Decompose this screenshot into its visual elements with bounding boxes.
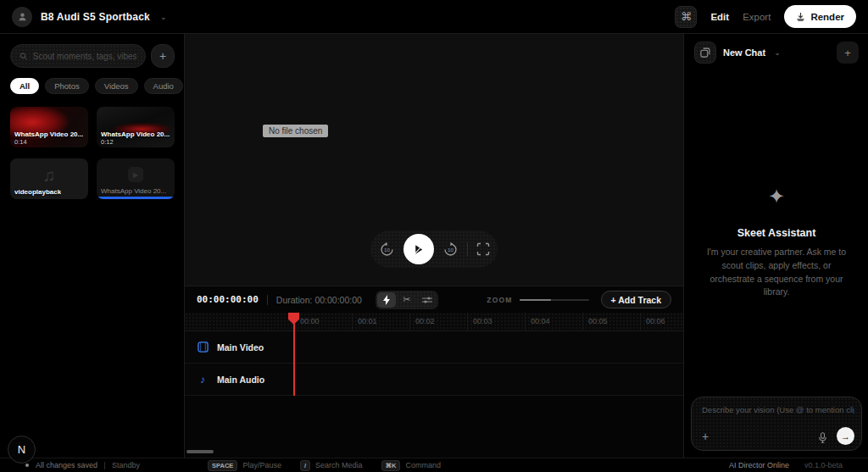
upload-progress-bar — [97, 197, 175, 199]
filter-audio[interactable]: Audio — [144, 78, 183, 94]
timeline-ruler[interactable]: 00:00 00:01 00:02 00:03 00:04 00:05 00:0… — [185, 313, 683, 331]
search-input[interactable] — [33, 52, 136, 61]
shortcut-label: Command — [405, 461, 441, 469]
timeline-horizontal-scrollbar[interactable] — [186, 450, 214, 453]
film-icon — [198, 342, 209, 353]
status-bar: All changes saved Standby SPACE Play/Pau… — [0, 458, 868, 472]
zoom-slider-fill — [520, 299, 551, 301]
media-library-panel: + All Photos Videos Audio WhatsApp Video… — [0, 34, 185, 458]
vision-prompt-input[interactable] — [702, 405, 854, 414]
divider — [104, 462, 105, 469]
duration-readout: Duration: 00:00:00:00 — [276, 295, 362, 305]
media-card-uploading[interactable]: ▶ WhatsApp Video 20... — [97, 158, 175, 199]
render-label: Render — [810, 12, 844, 22]
media-card-video-1[interactable]: WhatsApp Video 20... 0:14 — [10, 107, 88, 147]
media-card-video-2[interactable]: WhatsApp Video 20... 0:12 — [97, 107, 175, 147]
export-tab[interactable]: Export — [743, 12, 771, 22]
sparkle-icon: ✦ — [684, 185, 868, 208]
project-switcher[interactable]: B8 Audi S5 Sportback ⌄ — [12, 7, 166, 27]
forward-10-button[interactable]: 10 — [442, 242, 459, 258]
current-timecode: 00:00:00:00 — [197, 294, 259, 305]
forward-10-icon: 10 — [442, 242, 459, 258]
filter-videos[interactable]: Videos — [95, 78, 138, 94]
rewind-10-icon: 10 — [379, 242, 395, 258]
fullscreen-button[interactable] — [476, 242, 490, 256]
zoom-control: ZOOM — [487, 296, 588, 304]
project-title: B8 Audi S5 Sportback — [41, 11, 150, 23]
timeline-tools: ✂ — [376, 291, 438, 309]
track-label: Main Video — [217, 342, 264, 353]
user-avatar[interactable] — [12, 7, 32, 27]
video-preview-canvas[interactable]: No file chosen 10 10 — [185, 34, 683, 286]
mic-button[interactable] — [818, 432, 827, 443]
search-box[interactable] — [10, 44, 146, 68]
media-duration: 0:12 — [101, 138, 114, 146]
track-main-audio[interactable]: ♪ Main Audio — [185, 364, 683, 396]
ruler-tick: 00:00 — [300, 317, 320, 325]
plus-icon: + — [844, 47, 851, 59]
music-note-icon: ♫ — [43, 166, 56, 186]
divider — [467, 242, 468, 256]
chat-input-box[interactable]: + → — [691, 397, 862, 451]
playhead-line[interactable] — [293, 314, 295, 396]
music-note-icon: ♪ — [197, 374, 209, 386]
zoom-label: ZOOM — [487, 296, 512, 304]
rewind-10-button[interactable]: 10 — [379, 242, 395, 258]
magnetic-snap-button[interactable] — [377, 292, 396, 308]
render-button[interactable]: Render — [784, 5, 856, 28]
add-track-button[interactable]: + Add Track — [601, 291, 671, 308]
filter-photos[interactable]: Photos — [45, 78, 89, 94]
download-icon — [796, 12, 805, 21]
divider — [267, 295, 268, 305]
ruler-tick: 00:03 — [473, 317, 492, 325]
media-card-audio[interactable]: ♫ videoplayback — [10, 158, 88, 199]
chat-history-button[interactable] — [694, 42, 716, 64]
file-chooser-status[interactable]: No file chosen — [263, 125, 328, 137]
shortcut-label: Search Media — [315, 461, 363, 469]
zoom-slider[interactable] — [520, 299, 589, 301]
assistant-intro: ✦ Skeet Assistant I'm your creative part… — [684, 185, 868, 299]
assistant-description: I'm your creative partner. Ask me to sco… — [705, 246, 848, 299]
command-icon: ⌘ — [681, 10, 692, 23]
filter-all[interactable]: All — [10, 78, 39, 94]
key-badge: SPACE — [208, 460, 237, 471]
play-button[interactable] — [403, 234, 434, 264]
editor-center: No file chosen 10 10 00:00:00:00 — [185, 34, 683, 458]
ruler-tick: 00:06 — [646, 317, 665, 325]
media-label: WhatsApp Video 20... — [101, 130, 170, 138]
standby-label: Standby — [112, 461, 140, 469]
cut-button[interactable]: ✂ — [398, 292, 416, 308]
send-button[interactable]: → — [837, 427, 854, 445]
chevron-down-icon[interactable]: ⌄ — [774, 48, 781, 57]
shortcut-play-pause: SPACE Play/Pause — [208, 460, 281, 471]
command-palette-button[interactable]: ⌘ — [675, 6, 697, 28]
add-media-button[interactable]: + — [151, 44, 175, 68]
new-chat-button[interactable]: + — [837, 42, 859, 64]
app-window: B8 Audi S5 Sportback ⌄ ⌘ Edit Export Ren… — [0, 0, 868, 472]
assistant-name: Skeet Assistant — [684, 227, 868, 239]
chevron-down-icon[interactable]: ⌄ — [160, 13, 167, 21]
attach-button[interactable]: + — [702, 430, 709, 443]
play-icon — [412, 243, 425, 256]
ai-director-status: AI Director Online — [729, 461, 789, 469]
brand-logo-badge[interactable]: N — [8, 436, 36, 464]
shortcut-search-media: / Search Media — [300, 460, 363, 471]
chat-header: New Chat ⌄ + — [684, 34, 868, 71]
adjust-button[interactable] — [418, 292, 437, 308]
top-bar: B8 Audi S5 Sportback ⌄ ⌘ Edit Export Ren… — [0, 0, 868, 34]
edit-tab[interactable]: Edit — [710, 12, 729, 22]
fullscreen-icon — [476, 242, 490, 256]
track-main-video[interactable]: Main Video — [185, 331, 683, 364]
shortcut-command: ⌘K Command — [381, 460, 441, 471]
status-left: All changes saved Standby — [25, 461, 140, 469]
ruler-tick: 00:05 — [588, 317, 608, 325]
chat-layers-icon — [700, 47, 710, 58]
key-badge: / — [300, 460, 310, 471]
sliders-icon — [422, 296, 432, 304]
media-label: WhatsApp Video 20... — [101, 187, 166, 195]
playback-controls: 10 10 — [370, 230, 498, 268]
version-label: v0.1.0-beta — [804, 461, 843, 469]
timeline-panel: 00:00:00:00 Duration: 00:00:00:00 ✂ ZOOM — [185, 286, 683, 458]
saved-status-label: All changes saved — [36, 461, 97, 469]
logo-letter: N — [18, 443, 25, 456]
